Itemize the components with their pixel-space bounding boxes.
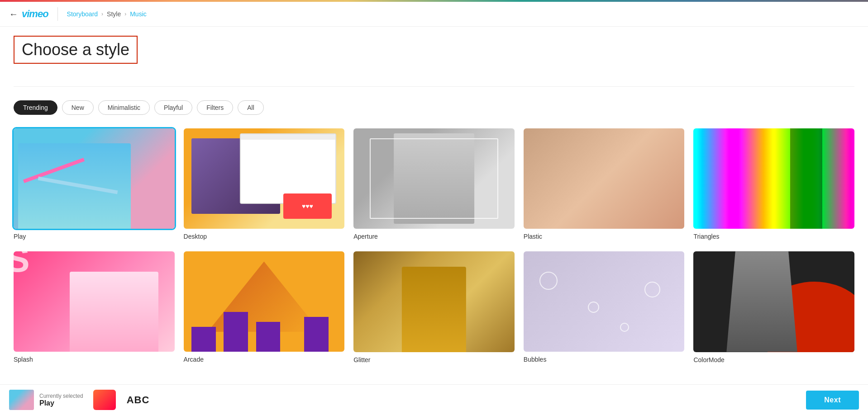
filter-tab-minimalistic[interactable]: Minimalistic bbox=[98, 100, 150, 115]
breadcrumb-storyboard[interactable]: Storyboard bbox=[67, 10, 98, 18]
thumb-content-triangles bbox=[693, 128, 854, 229]
tri-person bbox=[790, 128, 822, 229]
bubbles-bg bbox=[524, 251, 685, 352]
splash-letter: S bbox=[14, 251, 30, 278]
style-card-play[interactable]: Play bbox=[14, 128, 175, 241]
abc-label: ABC bbox=[127, 394, 150, 400]
header-divider bbox=[57, 7, 58, 21]
style-card-aperture[interactable]: Aperture bbox=[353, 128, 515, 241]
style-thumbnail-splash: S bbox=[14, 251, 175, 352]
back-button[interactable]: ← bbox=[9, 9, 18, 19]
selected-style-name: Play bbox=[39, 399, 83, 400]
tri-city bbox=[693, 128, 854, 229]
currently-selected-label: Currently selected bbox=[39, 393, 83, 399]
thumb-content-splash: S bbox=[14, 251, 175, 352]
apt-frame bbox=[370, 138, 498, 219]
arcade-bar2 bbox=[224, 312, 248, 352]
filter-tab-filters[interactable]: Filters bbox=[197, 100, 233, 115]
style-thumbnail-glitter bbox=[353, 251, 515, 352]
style-thumbnail-arcade bbox=[184, 251, 345, 352]
filter-tabs: Trending New Minimalistic Playful Filter… bbox=[14, 100, 854, 115]
style-name-colormode: ColorMode bbox=[693, 356, 724, 363]
style-name-bubbles: Bubbles bbox=[524, 356, 547, 363]
plas-face bbox=[524, 128, 685, 229]
breadcrumb-style: Style bbox=[107, 10, 121, 18]
filter-tab-new[interactable]: New bbox=[62, 100, 94, 115]
style-card-desktop[interactable]: ♥♥♥ Desktop bbox=[184, 128, 345, 241]
selected-preview: Currently selected Play ABC bbox=[9, 390, 408, 400]
page-title: Choose a style bbox=[14, 36, 138, 64]
style-card-triangles[interactable]: Triangles bbox=[693, 128, 854, 241]
thumb-content-arcade bbox=[184, 251, 345, 352]
arcade-bar4 bbox=[304, 317, 328, 352]
color-swatch bbox=[93, 390, 116, 400]
thumb-content-colormode bbox=[693, 251, 854, 352]
vimeo-logo: vimeo bbox=[22, 8, 48, 20]
style-thumbnail-desktop: ♥♥♥ bbox=[184, 128, 345, 229]
style-thumbnail-plastic bbox=[524, 128, 685, 229]
thumb-content-bubbles bbox=[524, 251, 685, 352]
breadcrumb-sep-1: › bbox=[101, 11, 103, 17]
arcade-bar3 bbox=[256, 322, 280, 352]
breadcrumb-sep-2: › bbox=[124, 11, 126, 17]
main-content: Choose a style Trending New Minimalistic… bbox=[0, 27, 868, 400]
style-thumbnail-colormode bbox=[693, 251, 854, 352]
thumb-content-plastic bbox=[524, 128, 685, 229]
arcade-bar1 bbox=[191, 327, 215, 352]
filter-tab-playful[interactable]: Playful bbox=[154, 100, 192, 115]
thumb-content-aperture bbox=[353, 128, 515, 229]
style-name-glitter: Glitter bbox=[353, 356, 370, 363]
selected-info: Currently selected Play bbox=[39, 393, 83, 400]
next-button[interactable]: Next bbox=[806, 391, 859, 400]
bottom-bar: Currently selected Play ABC Next bbox=[0, 384, 868, 400]
style-card-glitter[interactable]: Glitter bbox=[353, 251, 515, 363]
style-name-play: Play bbox=[14, 233, 26, 240]
desktop-heart: ♥♥♥ bbox=[283, 193, 332, 219]
separator bbox=[14, 86, 854, 87]
style-name-desktop: Desktop bbox=[184, 233, 207, 240]
style-card-plastic[interactable]: Plastic bbox=[524, 128, 685, 241]
thumb-content-glitter bbox=[353, 251, 515, 352]
splash-child bbox=[70, 272, 158, 352]
style-thumbnail-bubbles bbox=[524, 251, 685, 352]
style-name-aperture: Aperture bbox=[353, 233, 378, 240]
filter-tab-all[interactable]: All bbox=[238, 100, 264, 115]
style-name-arcade: Arcade bbox=[184, 356, 204, 363]
style-thumbnail-triangles bbox=[693, 128, 854, 229]
thumb-content-desktop: ♥♥♥ bbox=[184, 128, 345, 229]
selected-style-thumbnail bbox=[9, 390, 34, 400]
desktop-browser-bar bbox=[241, 134, 335, 140]
style-name-triangles: Triangles bbox=[693, 233, 719, 240]
style-card-splash[interactable]: S Splash bbox=[14, 251, 175, 363]
header: ← vimeo Storyboard › Style › Music bbox=[0, 2, 868, 27]
style-card-arcade[interactable]: Arcade bbox=[184, 251, 345, 363]
bottom-thumb-content bbox=[9, 390, 34, 400]
style-name-plastic: Plastic bbox=[524, 233, 542, 240]
breadcrumb-music[interactable]: Music bbox=[130, 10, 147, 18]
breadcrumb: Storyboard › Style › Music bbox=[67, 10, 147, 18]
style-thumbnail-play bbox=[14, 128, 175, 229]
bubble3 bbox=[644, 282, 660, 297]
thumb-content-play bbox=[14, 128, 175, 229]
glitter-person bbox=[402, 267, 466, 352]
style-grid: Play ♥♥♥ Desktop bbox=[14, 128, 854, 364]
style-card-colormode[interactable]: ColorMode bbox=[693, 251, 854, 363]
desktop-browser bbox=[240, 133, 336, 204]
filter-tab-trending[interactable]: Trending bbox=[14, 100, 57, 115]
style-card-bubbles[interactable]: Bubbles bbox=[524, 251, 685, 363]
style-thumbnail-aperture bbox=[353, 128, 515, 229]
style-name-splash: Splash bbox=[14, 356, 33, 363]
bubble1 bbox=[539, 272, 558, 290]
